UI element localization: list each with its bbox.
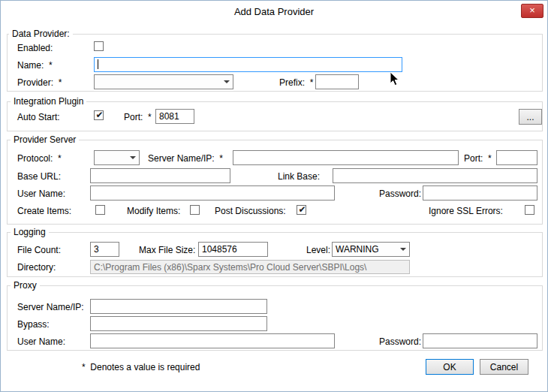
enabled-label: Enabled: [17,43,53,53]
server-name-label: Server Name/IP: * [148,153,223,164]
proxy-bypass-label: Bypass: [17,319,50,330]
group-provider-server-label: Provider Server [11,134,79,145]
post-discussions-checkbox[interactable] [297,205,306,215]
proxy-user-name-label: User Name: [17,336,65,347]
server-name-input[interactable] [233,150,459,165]
proxy-password-label: Password: [379,336,421,347]
proxy-password-input[interactable] [423,333,537,348]
server-password-label: Password: [379,188,421,199]
chevron-down-icon [221,75,233,89]
prefix-input[interactable] [315,74,359,89]
directory-label: Directory: [17,262,56,273]
post-discussions-label: Post Discussions: [215,206,286,216]
ignore-ssl-checkbox[interactable] [525,205,534,215]
name-label: Name: * [17,60,53,71]
ok-button[interactable]: OK [426,359,474,375]
enabled-checkbox[interactable] [94,41,104,51]
ignore-ssl-label: Ignore SSL Errors: [429,206,503,216]
modify-items-label: Modify Items: [127,206,180,216]
server-user-name-label: User Name: [17,188,65,199]
server-password-input[interactable] [423,185,537,201]
chevron-down-icon [397,243,409,256]
plugin-port-input[interactable] [155,109,194,124]
server-port-input[interactable] [496,150,537,165]
provider-label: Provider: * [17,77,62,88]
plugin-port-label: Port: * [124,112,152,122]
create-items-label: Create Items: [17,206,71,216]
level-dropdown-value: WARNING [333,244,397,255]
server-port-label: Port: * [464,153,492,164]
proxy-server-name-input[interactable] [90,299,267,314]
browse-button[interactable]: ... [519,109,542,125]
add-data-provider-dialog: Add Data Provider × Data Provider: Enabl… [0,0,548,392]
modify-items-checkbox[interactable] [190,205,200,215]
proxy-bypass-input[interactable] [90,316,267,331]
file-count-label: File Count: [17,245,61,255]
directory-field [90,260,410,274]
auto-start-label: Auto Start: [17,112,60,122]
level-label: Level: [306,245,330,255]
close-icon: × [529,5,535,16]
title-bar[interactable]: Add Data Provider × [1,1,547,23]
required-note: * Denotes a value is required [82,362,200,372]
max-file-size-input[interactable] [198,242,268,257]
protocol-label: Protocol: * [17,153,62,164]
close-button[interactable]: × [521,4,543,18]
mouse-cursor [390,71,400,87]
level-dropdown[interactable]: WARNING [332,242,410,257]
name-input[interactable] [94,57,402,72]
link-base-label: Link Base: [278,171,320,182]
chevron-down-icon [127,151,139,164]
auto-start-checkbox[interactable] [94,110,104,120]
cancel-button[interactable]: Cancel [480,359,528,375]
dialog-title: Add Data Provider [1,6,547,17]
group-logging-label: Logging [11,227,49,237]
create-items-checkbox[interactable] [95,205,105,215]
base-url-input[interactable] [90,168,230,183]
file-count-input[interactable] [90,242,119,257]
base-url-label: Base URL: [17,171,61,182]
link-base-input[interactable] [333,168,537,183]
provider-dropdown[interactable] [94,74,233,89]
group-data-provider-label: Data Provider: [9,29,73,39]
server-user-name-input[interactable] [90,185,335,201]
prefix-label: Prefix: * [279,77,313,88]
proxy-server-name-label: Server Name/IP: [17,302,84,312]
group-integration-plugin-label: Integration Plugin [11,96,86,107]
text-caret [98,59,98,69]
max-file-size-label: Max File Size: [139,245,195,255]
protocol-dropdown[interactable] [94,150,140,165]
group-proxy-label: Proxy [11,280,40,291]
proxy-user-name-input[interactable] [90,333,335,348]
group-integration-plugin: Integration Plugin [7,101,543,131]
